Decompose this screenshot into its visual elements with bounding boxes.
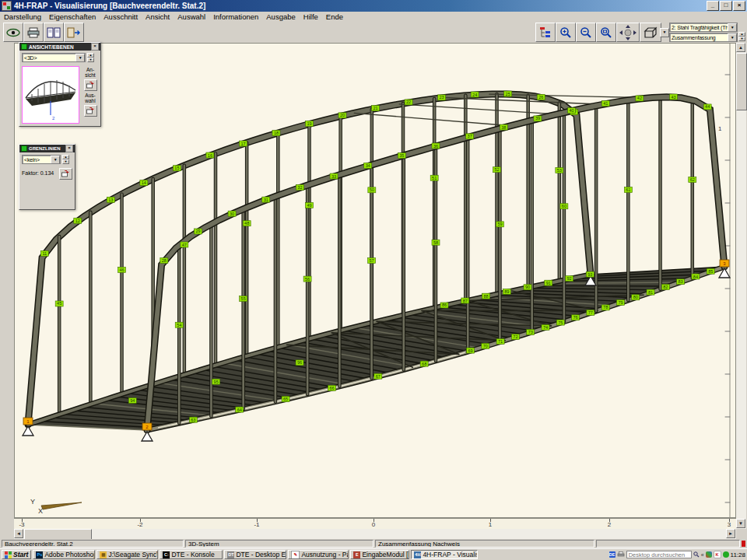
task-photoshop[interactable]: Ps Adobe Photoshop CS3 E... — [33, 550, 95, 559]
member-label: 76 — [572, 315, 580, 320]
svg-text:85: 85 — [708, 269, 713, 274]
hscroll-thumb[interactable] — [24, 529, 92, 540]
member-label: 67 — [374, 373, 382, 379]
svg-text:1: 1 — [718, 125, 722, 132]
scroll-left-icon[interactable]: ◄ — [14, 529, 23, 538]
svg-text:91: 91 — [546, 281, 551, 285]
pages-button[interactable] — [44, 23, 64, 42]
grenzlinien-combo-arrow[interactable]: ▼ — [51, 156, 60, 164]
resultview-combo-arrow[interactable]: ▼ — [728, 33, 737, 42]
scroll-down-icon[interactable]: ▼ — [736, 519, 745, 528]
menu-ausgabe[interactable]: Ausgabe — [262, 12, 300, 21]
desktop-search-input[interactable]: Desktop durchsuchen — [626, 551, 692, 558]
task-eingabemodul[interactable]: E EingabeModul [Bauchvee... — [350, 550, 409, 559]
minimize-button[interactable]: _ — [707, 1, 719, 11]
loadcase-combo[interactable]: 2: Stahl Tragfähigkeit (Th. 2. O ▼ — [669, 23, 738, 32]
view-plane-combo-arrow[interactable]: ▼ — [75, 54, 85, 62]
task-console[interactable]: C: DTE - Konsole — [160, 550, 223, 559]
task-4hfrap-active[interactable]: 4H 4H-FRAP - Visualisier... — [411, 550, 478, 559]
spinner-down-icon[interactable]: ▼ — [738, 37, 745, 41]
start-button[interactable]: Start — [2, 550, 31, 559]
svg-text:77: 77 — [588, 310, 593, 315]
view-plane-combo[interactable]: <3D> ▼ — [22, 53, 86, 62]
panel-ansicht-close-icon[interactable]: × — [91, 43, 99, 51]
svg-text:61: 61 — [626, 187, 630, 192]
panel-grenzlinien-titlebar[interactable]: GRENZLINIEN × — [19, 145, 75, 152]
menu-ausschnitt[interactable]: Ausschnitt — [100, 12, 142, 21]
member-label: 21 — [372, 106, 380, 111]
scroll-right-icon[interactable]: ► — [726, 529, 735, 538]
visualization-canvas[interactable]: 1111213141516171819202122232425262728293… — [14, 43, 736, 518]
tray-printer-icon[interactable] — [617, 551, 625, 558]
scroll-up-icon[interactable]: ▲ — [736, 43, 745, 52]
menu-darstellung[interactable]: Darstellung — [0, 12, 45, 21]
tray-collapse-chevron[interactable]: « — [701, 552, 704, 558]
horizontal-scrollbar[interactable]: ◄ ► — [14, 529, 736, 539]
panel-grenzlinien-title: GRENZLINIEN — [29, 146, 61, 151]
member-label: 85 — [707, 268, 714, 274]
ansicht-apply-button[interactable] — [84, 79, 97, 91]
task-folder[interactable]: ▦ J:\Seagate Sync\SyncRe... — [96, 550, 158, 559]
svg-text:78: 78 — [603, 305, 608, 310]
svg-text:23: 23 — [440, 95, 444, 100]
task-dte[interactable]: DT DTE - Desktop Engineeri... — [224, 550, 286, 559]
maximize-button[interactable]: □ — [720, 1, 732, 11]
spinner-down-icon[interactable]: ▼ — [62, 159, 69, 164]
grenzlinien-combo[interactable]: <kein> ▼ — [22, 155, 61, 164]
menu-eigenschaften[interactable]: Eigenschaften — [45, 12, 100, 21]
svg-text:96: 96 — [297, 360, 302, 365]
auswahl-apply-button[interactable] — [84, 105, 97, 117]
search-magnifier-icon[interactable] — [693, 551, 700, 558]
close-button[interactable]: × — [733, 1, 745, 11]
loadcase-combo-arrow[interactable]: ▼ — [728, 23, 737, 32]
member-label: 70 — [482, 343, 489, 348]
zoom-window-button[interactable] — [596, 23, 616, 42]
ruler-label: 2 — [608, 521, 611, 528]
spinner-down-icon[interactable]: ▼ — [87, 58, 94, 62]
svg-text:15: 15 — [174, 166, 179, 170]
faktor-apply-button[interactable] — [59, 168, 72, 180]
tray-app-icon[interactable] — [706, 551, 712, 558]
svg-text:71: 71 — [498, 339, 503, 344]
svg-text:17: 17 — [240, 142, 245, 146]
ruler-label: 3 — [728, 521, 731, 528]
view-3d-dropdown[interactable]: ▼ — [660, 28, 669, 37]
vscroll-thumb[interactable] — [736, 53, 747, 110]
task-paint[interactable]: ✎ Ausnutzung - Paint — [288, 550, 349, 559]
pan-button[interactable] — [616, 23, 640, 42]
panel-grenzlinien-close-icon[interactable]: × — [65, 145, 73, 152]
svg-text:11: 11 — [42, 251, 47, 256]
svg-text:39: 39 — [535, 116, 540, 121]
member-label: 26 — [537, 94, 545, 100]
status-bar: Bauchveerendeltr. Stat.2 3D-System Zusam… — [0, 539, 747, 548]
result-tree-button[interactable] — [535, 23, 556, 42]
view-preview-thumbnail[interactable]: 2 — [22, 66, 79, 124]
tray-k-icon[interactable]: K — [714, 551, 721, 558]
tray-green-icon[interactable] — [723, 551, 729, 558]
menu-ende[interactable]: Ende — [322, 12, 347, 21]
exit-button[interactable] — [64, 23, 84, 42]
svg-text:2: 2 — [52, 116, 55, 121]
menu-auswahl[interactable]: Auswahl — [174, 12, 209, 21]
member-label: 46 — [118, 267, 126, 272]
zoom-in-button[interactable] — [556, 23, 576, 42]
menu-ansicht[interactable]: Ansicht — [142, 12, 174, 21]
zoom-out-button[interactable] — [576, 23, 596, 42]
grenzlinien-spinner[interactable]: ▲ ▼ — [62, 155, 69, 164]
panel-ansicht-titlebar[interactable]: ANSICHT/EBENEN × — [19, 43, 100, 51]
svg-text:70: 70 — [483, 344, 488, 348]
keyboard-layout-icon[interactable]: DE — [609, 551, 615, 558]
resultview-combo[interactable]: Zusammenfassung ▼ — [669, 33, 738, 42]
menu-hilfe[interactable]: Hilfe — [300, 12, 322, 21]
status-document: Bauchveerendeltr. Stat.2 — [2, 540, 184, 548]
resultview-spinner[interactable]: ▲ ▼ — [738, 32, 745, 41]
member-label: 60 — [560, 204, 568, 209]
vertical-scrollbar[interactable]: ▲ ▼ — [736, 43, 746, 529]
view-options-button[interactable] — [3, 23, 23, 42]
view-3d-button[interactable] — [640, 23, 661, 42]
view-plane-spinner[interactable]: ▲ ▼ — [87, 53, 94, 62]
member-label: 25 — [504, 91, 512, 96]
print-button[interactable] — [23, 23, 44, 42]
menu-informationen[interactable]: Informationen — [209, 12, 262, 21]
member-label: 38 — [500, 124, 507, 130]
